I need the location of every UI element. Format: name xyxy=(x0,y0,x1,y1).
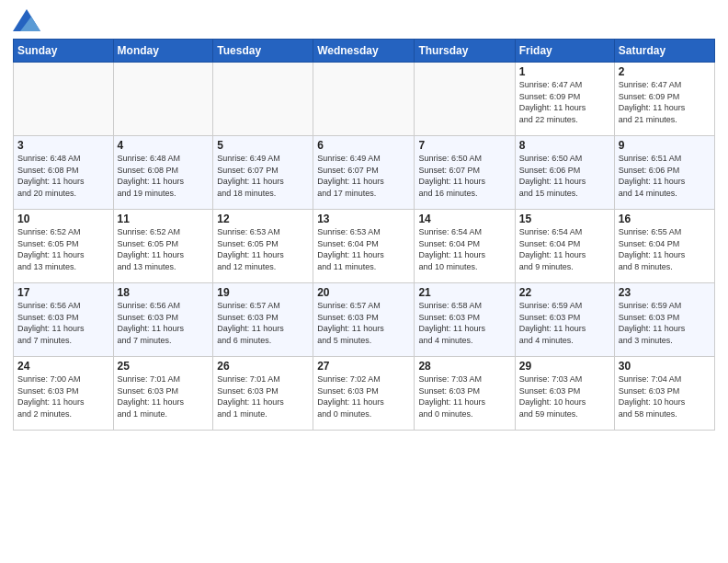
calendar-cell xyxy=(313,63,415,136)
calendar-cell: 15Sunrise: 6:54 AM Sunset: 6:04 PM Dayli… xyxy=(515,210,614,283)
day-info: Sunrise: 6:47 AM Sunset: 6:09 PM Dayligh… xyxy=(519,79,610,125)
calendar-cell: 24Sunrise: 7:00 AM Sunset: 6:03 PM Dayli… xyxy=(14,357,114,431)
calendar-cell xyxy=(113,63,213,136)
day-info: Sunrise: 6:48 AM Sunset: 6:08 PM Dayligh… xyxy=(118,153,210,199)
day-info: Sunrise: 7:02 AM Sunset: 6:03 PM Dayligh… xyxy=(317,373,410,419)
calendar-cell: 23Sunrise: 6:59 AM Sunset: 6:03 PM Dayli… xyxy=(614,283,714,357)
day-info: Sunrise: 6:47 AM Sunset: 6:09 PM Dayligh… xyxy=(619,79,711,125)
day-info: Sunrise: 6:56 AM Sunset: 6:03 PM Dayligh… xyxy=(17,300,109,346)
day-info: Sunrise: 7:04 AM Sunset: 6:03 PM Dayligh… xyxy=(619,373,711,419)
day-number: 21 xyxy=(418,286,510,299)
day-info: Sunrise: 6:49 AM Sunset: 6:07 PM Dayligh… xyxy=(317,153,410,199)
calendar-cell: 8Sunrise: 6:50 AM Sunset: 6:06 PM Daylig… xyxy=(515,136,614,210)
week-row-5: 24Sunrise: 7:00 AM Sunset: 6:03 PM Dayli… xyxy=(14,357,715,431)
calendar-cell: 13Sunrise: 6:53 AM Sunset: 6:04 PM Dayli… xyxy=(313,210,415,283)
calendar-cell: 22Sunrise: 6:59 AM Sunset: 6:03 PM Dayli… xyxy=(515,283,614,357)
day-number: 26 xyxy=(217,360,309,373)
calendar-cell xyxy=(415,63,515,136)
day-info: Sunrise: 7:01 AM Sunset: 6:03 PM Dayligh… xyxy=(217,373,309,419)
day-number: 12 xyxy=(217,213,309,225)
calendar-cell: 30Sunrise: 7:04 AM Sunset: 6:03 PM Dayli… xyxy=(614,357,714,431)
day-info: Sunrise: 7:01 AM Sunset: 6:03 PM Dayligh… xyxy=(118,373,210,419)
week-row-4: 17Sunrise: 6:56 AM Sunset: 6:03 PM Dayli… xyxy=(14,283,715,357)
weekday-header-row: SundayMondayTuesdayWednesdayThursdayFrid… xyxy=(14,40,715,63)
calendar-cell: 6Sunrise: 6:49 AM Sunset: 6:07 PM Daylig… xyxy=(313,136,415,210)
day-number: 15 xyxy=(519,213,610,225)
calendar-cell: 17Sunrise: 6:56 AM Sunset: 6:03 PM Dayli… xyxy=(14,283,114,357)
day-info: Sunrise: 6:58 AM Sunset: 6:03 PM Dayligh… xyxy=(418,300,510,346)
calendar-cell xyxy=(213,63,313,136)
day-info: Sunrise: 7:00 AM Sunset: 6:03 PM Dayligh… xyxy=(17,373,109,419)
day-info: Sunrise: 6:55 AM Sunset: 6:04 PM Dayligh… xyxy=(619,226,711,272)
day-info: Sunrise: 6:49 AM Sunset: 6:07 PM Dayligh… xyxy=(217,153,309,199)
day-number: 28 xyxy=(418,360,510,373)
weekday-header-thursday: Thursday xyxy=(415,40,515,63)
week-row-2: 3Sunrise: 6:48 AM Sunset: 6:08 PM Daylig… xyxy=(14,136,715,210)
day-info: Sunrise: 6:54 AM Sunset: 6:04 PM Dayligh… xyxy=(418,226,510,272)
calendar-cell: 7Sunrise: 6:50 AM Sunset: 6:07 PM Daylig… xyxy=(415,136,515,210)
week-row-3: 10Sunrise: 6:52 AM Sunset: 6:05 PM Dayli… xyxy=(14,210,715,283)
logo xyxy=(13,9,44,31)
day-info: Sunrise: 6:52 AM Sunset: 6:05 PM Dayligh… xyxy=(17,226,109,272)
day-info: Sunrise: 6:59 AM Sunset: 6:03 PM Dayligh… xyxy=(519,300,610,346)
day-number: 6 xyxy=(317,139,410,152)
calendar-cell: 26Sunrise: 7:01 AM Sunset: 6:03 PM Dayli… xyxy=(213,357,313,431)
logo-icon xyxy=(13,9,40,31)
calendar-cell: 28Sunrise: 7:03 AM Sunset: 6:03 PM Dayli… xyxy=(415,357,515,431)
day-number: 17 xyxy=(17,286,109,299)
day-info: Sunrise: 6:53 AM Sunset: 6:04 PM Dayligh… xyxy=(317,226,410,272)
day-number: 29 xyxy=(519,360,610,373)
day-info: Sunrise: 6:57 AM Sunset: 6:03 PM Dayligh… xyxy=(317,300,410,346)
day-number: 5 xyxy=(217,139,309,152)
calendar-cell: 3Sunrise: 6:48 AM Sunset: 6:08 PM Daylig… xyxy=(14,136,114,210)
day-info: Sunrise: 6:54 AM Sunset: 6:04 PM Dayligh… xyxy=(519,226,610,272)
week-row-1: 1Sunrise: 6:47 AM Sunset: 6:09 PM Daylig… xyxy=(14,63,715,136)
day-number: 10 xyxy=(17,213,109,225)
day-number: 1 xyxy=(519,65,610,78)
calendar-cell: 25Sunrise: 7:01 AM Sunset: 6:03 PM Dayli… xyxy=(113,357,213,431)
day-info: Sunrise: 6:50 AM Sunset: 6:06 PM Dayligh… xyxy=(519,153,610,199)
calendar-cell xyxy=(14,63,114,136)
day-info: Sunrise: 6:59 AM Sunset: 6:03 PM Dayligh… xyxy=(619,300,711,346)
calendar-cell: 16Sunrise: 6:55 AM Sunset: 6:04 PM Dayli… xyxy=(614,210,714,283)
calendar-cell: 21Sunrise: 6:58 AM Sunset: 6:03 PM Dayli… xyxy=(415,283,515,357)
day-number: 22 xyxy=(519,286,610,299)
day-number: 7 xyxy=(418,139,510,152)
day-number: 18 xyxy=(118,286,210,299)
day-number: 14 xyxy=(418,213,510,225)
day-number: 8 xyxy=(519,139,610,152)
day-number: 3 xyxy=(17,139,109,152)
calendar-cell: 9Sunrise: 6:51 AM Sunset: 6:06 PM Daylig… xyxy=(614,136,714,210)
day-number: 13 xyxy=(317,213,410,225)
calendar-cell: 5Sunrise: 6:49 AM Sunset: 6:07 PM Daylig… xyxy=(213,136,313,210)
calendar-cell: 19Sunrise: 6:57 AM Sunset: 6:03 PM Dayli… xyxy=(213,283,313,357)
day-number: 24 xyxy=(17,360,109,373)
calendar-cell: 20Sunrise: 6:57 AM Sunset: 6:03 PM Dayli… xyxy=(313,283,415,357)
day-number: 16 xyxy=(619,213,711,225)
calendar-cell: 10Sunrise: 6:52 AM Sunset: 6:05 PM Dayli… xyxy=(14,210,114,283)
day-number: 20 xyxy=(317,286,410,299)
day-number: 11 xyxy=(118,213,210,225)
calendar-cell: 11Sunrise: 6:52 AM Sunset: 6:05 PM Dayli… xyxy=(113,210,213,283)
header xyxy=(13,9,715,31)
day-number: 9 xyxy=(619,139,711,152)
day-info: Sunrise: 6:48 AM Sunset: 6:08 PM Dayligh… xyxy=(17,153,109,199)
day-number: 23 xyxy=(619,286,711,299)
day-info: Sunrise: 7:03 AM Sunset: 6:03 PM Dayligh… xyxy=(418,373,510,419)
day-info: Sunrise: 7:03 AM Sunset: 6:03 PM Dayligh… xyxy=(519,373,610,419)
day-number: 30 xyxy=(619,360,711,373)
day-info: Sunrise: 6:57 AM Sunset: 6:03 PM Dayligh… xyxy=(217,300,309,346)
calendar-cell: 27Sunrise: 7:02 AM Sunset: 6:03 PM Dayli… xyxy=(313,357,415,431)
day-number: 4 xyxy=(118,139,210,152)
day-info: Sunrise: 6:56 AM Sunset: 6:03 PM Dayligh… xyxy=(118,300,210,346)
weekday-header-saturday: Saturday xyxy=(614,40,714,63)
day-info: Sunrise: 6:51 AM Sunset: 6:06 PM Dayligh… xyxy=(619,153,711,199)
weekday-header-friday: Friday xyxy=(515,40,614,63)
weekday-header-sunday: Sunday xyxy=(14,40,114,63)
day-info: Sunrise: 6:50 AM Sunset: 6:07 PM Dayligh… xyxy=(418,153,510,199)
day-info: Sunrise: 6:52 AM Sunset: 6:05 PM Dayligh… xyxy=(118,226,210,272)
weekday-header-tuesday: Tuesday xyxy=(213,40,313,63)
calendar-cell: 14Sunrise: 6:54 AM Sunset: 6:04 PM Dayli… xyxy=(415,210,515,283)
calendar-cell: 18Sunrise: 6:56 AM Sunset: 6:03 PM Dayli… xyxy=(113,283,213,357)
day-number: 25 xyxy=(118,360,210,373)
